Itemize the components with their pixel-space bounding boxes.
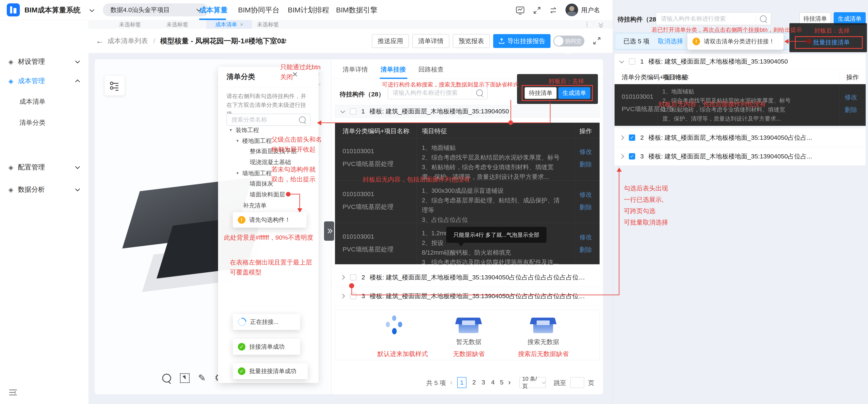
group-checkbox[interactable] (350, 293, 356, 299)
tab-cost-list-active[interactable]: 成本清单 × (207, 20, 252, 29)
sidebar-item-cost-mgmt[interactable]: ◈ 成本管理 (0, 73, 89, 89)
expand-chevron-icon[interactable] (340, 275, 345, 280)
page-4-button[interactable]: 4 (491, 379, 495, 386)
sidebar-item-cost-list[interactable]: 成本清单 (20, 94, 45, 110)
sidebar-collapse-icon[interactable] (8, 388, 18, 397)
search-icon[interactable] (476, 90, 483, 96)
tab-unselected-2[interactable]: 未选标签 (166, 20, 188, 29)
tab-list-detail[interactable]: 清单详情 (343, 65, 368, 74)
tab-more-kebab-icon[interactable]: ⋮ (584, 20, 590, 29)
group-row-3[interactable]: ✓ 3 楼板: 建筑_楼面面层_木地板楼地面_35:13904050占位占... (615, 147, 866, 165)
prev-page-button[interactable]: ‹ (450, 378, 453, 387)
category-search-input[interactable] (226, 114, 310, 126)
tab-close-icon[interactable]: × (240, 21, 243, 28)
clear-selection-link[interactable]: 取消选择 (658, 37, 683, 46)
collapse-chevron-icon[interactable] (340, 108, 345, 113)
delete-link[interactable]: 删除 (579, 160, 592, 169)
jump-page-input[interactable] (570, 377, 584, 388)
group-row-3[interactable]: 3 楼板: 建筑_楼面面层_木地板楼地面_35:13904050占位占占位占占位… (335, 287, 599, 306)
list-detail-button[interactable]: 清单详情 (412, 34, 450, 48)
expand-chevron-icon[interactable] (619, 135, 624, 140)
nav-bim-collab[interactable]: BIM协同平台 (238, 0, 279, 20)
export-report-button[interactable]: 导出挂接报告 (493, 34, 551, 48)
avatar[interactable] (565, 4, 578, 16)
sidebar-item-config[interactable]: ◈ 配置管理 (0, 159, 89, 175)
delete-link[interactable]: 删除 (845, 106, 857, 114)
group-checkbox[interactable] (629, 58, 635, 65)
edit-link[interactable]: 修改 (579, 191, 592, 199)
group-checkbox[interactable] (350, 108, 356, 114)
breadcrumb-parent[interactable]: 成本清单列表 (107, 29, 148, 53)
tab-unselected-1[interactable]: 未选标签 (119, 20, 141, 29)
model-swap-icon[interactable]: ⇄ (281, 29, 287, 53)
group-row-2[interactable]: 2 楼板: 建筑_楼面面层_木地板楼地面_35:13904050占位占占位占占位… (335, 268, 599, 287)
monitor-chart-icon[interactable] (516, 6, 525, 15)
batch-link-button[interactable]: + 批量挂接清单 (795, 36, 863, 49)
panel-collapse-handle[interactable] (324, 222, 334, 241)
tabs-collapse-icon[interactable] (599, 22, 602, 27)
nav-bim-schedule[interactable]: BIM计划排程 (288, 0, 329, 20)
group-row-1[interactable]: 1 楼板: 建筑_楼面面层_木地板楼地面_35:13904050 (335, 105, 599, 117)
marquee-select-icon[interactable] (180, 373, 190, 383)
toast-linking: 正在挂接... (233, 314, 300, 330)
tree-expand-icon[interactable]: ▼ (229, 128, 232, 132)
tree-item-wall-tile[interactable]: 墙面块料面层 (250, 191, 285, 199)
delete-link[interactable]: 删除 (579, 245, 592, 254)
expand-chevron-icon[interactable] (619, 154, 624, 159)
group-checkbox-checked[interactable]: ✓ (629, 153, 635, 160)
pending-list-button[interactable]: 待挂清单 (525, 87, 557, 99)
search-icon[interactable] (760, 15, 767, 22)
tab-unselected-3[interactable]: 未选标签 (257, 20, 279, 29)
delete-link[interactable]: 删除 (579, 203, 592, 212)
page-3-button[interactable]: 3 (482, 379, 485, 386)
group-checkbox-checked[interactable]: ✓ (629, 134, 635, 141)
sidebar-item-analytics[interactable]: ◈ 数据分析 (0, 181, 89, 198)
edit-link[interactable]: 修改 (579, 147, 592, 156)
edit-link[interactable]: 修改 (845, 93, 857, 102)
zoom-search-icon[interactable] (162, 374, 171, 382)
component-search-input[interactable] (656, 12, 771, 25)
expand-arrows-icon[interactable] (533, 6, 541, 15)
tab-loop-check[interactable]: 回路核查 (418, 65, 444, 74)
breadcrumb-separator: / (153, 29, 155, 53)
project-selector[interactable]: 数据4.0汕头金平项目 (103, 3, 209, 16)
component-search-field[interactable] (656, 15, 755, 22)
swap-icon[interactable] (549, 6, 558, 15)
group-row-1[interactable]: 1 楼板: 建筑_楼面面层_木地板楼地面_35:13904050 (615, 54, 866, 69)
tab-list-link[interactable]: 清单挂接 (380, 65, 406, 74)
preview-report-button[interactable]: 预览报表 (453, 34, 490, 48)
collapse-chevron-icon[interactable] (619, 59, 624, 64)
nav-cost-calc[interactable]: 成本算量 (199, 0, 228, 20)
expand-chevron-icon[interactable] (340, 294, 345, 299)
fullscreen-icon[interactable] (592, 36, 602, 46)
next-page-button[interactable]: › (508, 378, 511, 387)
structure-tree-button[interactable] (104, 75, 125, 96)
tree-item-decoration[interactable]: ▼装饰工程 (229, 125, 259, 135)
push-app-button[interactable]: 推送应用 (372, 34, 409, 48)
sidebar-item-list-category[interactable]: 清单分类 (20, 115, 45, 131)
tree-item-plaster[interactable]: 墙面抹灰 (250, 180, 273, 188)
page-1-current[interactable]: 1 (457, 377, 466, 388)
pencil-icon[interactable]: ✎ (198, 372, 206, 383)
collab-toggle[interactable]: 协同交流 (553, 36, 584, 46)
back-arrow-icon[interactable]: ← (96, 29, 104, 53)
sidebar-item-material[interactable]: ◈ 材设管理 (0, 54, 89, 70)
component-search-field[interactable] (388, 90, 472, 96)
tree-item-supplement[interactable]: 补充清单 (243, 202, 267, 209)
user-name[interactable]: 用户名 (581, 0, 600, 20)
group-row-2[interactable]: ✓ 2 楼板: 建筑_楼面面层_木地板楼地面_35:13904050占位占... (615, 128, 866, 147)
nav-bim-data[interactable]: BIM数据引擎 (336, 0, 377, 20)
app-switcher-caret-icon[interactable] (90, 7, 94, 12)
generate-list-button[interactable]: 生成清单 (558, 87, 590, 99)
page-5-button[interactable]: 5 (500, 379, 503, 386)
search-icon[interactable] (299, 116, 306, 123)
tree-item-floor-eng[interactable]: ▼楼地面工程 (236, 136, 272, 146)
group-checkbox[interactable] (350, 274, 356, 280)
category-search-field[interactable] (227, 116, 295, 123)
tree-item-wall-eng[interactable]: ▼墙地面工程 (236, 168, 272, 179)
tree-expand-icon[interactable]: ▼ (236, 171, 239, 175)
per-page-select[interactable]: 10 条/页 (519, 377, 546, 388)
tree-expand-icon[interactable]: ▼ (236, 139, 239, 143)
page-2-button[interactable]: 2 (472, 379, 476, 386)
edit-link[interactable]: 修改 (579, 233, 592, 242)
